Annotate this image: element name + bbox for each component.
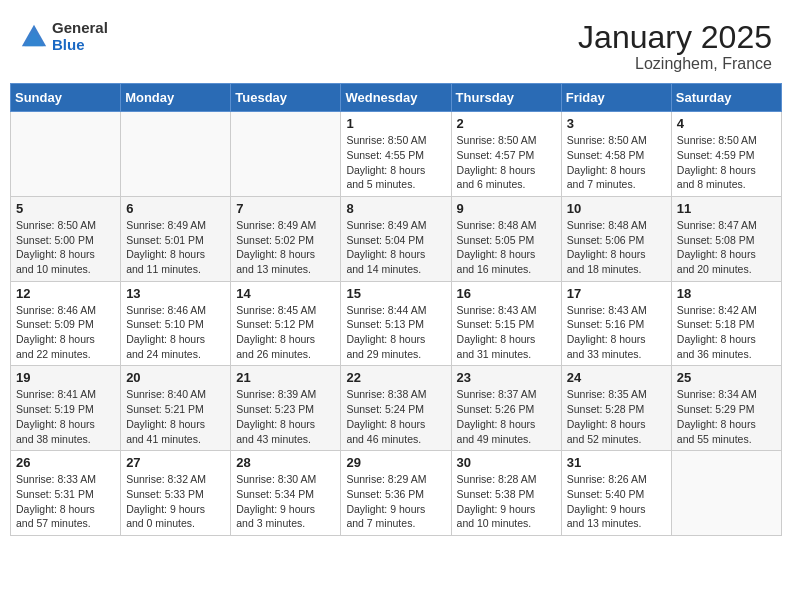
day-number: 15: [346, 286, 445, 301]
day-info: Sunrise: 8:50 AM Sunset: 4:59 PM Dayligh…: [677, 133, 776, 192]
day-number: 22: [346, 370, 445, 385]
day-info: Sunrise: 8:37 AM Sunset: 5:26 PM Dayligh…: [457, 387, 556, 446]
calendar-week-4: 19Sunrise: 8:41 AM Sunset: 5:19 PM Dayli…: [11, 366, 782, 451]
day-number: 3: [567, 116, 666, 131]
day-number: 24: [567, 370, 666, 385]
calendar-week-5: 26Sunrise: 8:33 AM Sunset: 5:31 PM Dayli…: [11, 451, 782, 536]
calendar-cell: 19Sunrise: 8:41 AM Sunset: 5:19 PM Dayli…: [11, 366, 121, 451]
day-number: 14: [236, 286, 335, 301]
day-number: 12: [16, 286, 115, 301]
day-number: 7: [236, 201, 335, 216]
calendar-cell: 23Sunrise: 8:37 AM Sunset: 5:26 PM Dayli…: [451, 366, 561, 451]
day-info: Sunrise: 8:50 AM Sunset: 4:57 PM Dayligh…: [457, 133, 556, 192]
col-thursday: Thursday: [451, 84, 561, 112]
day-number: 10: [567, 201, 666, 216]
calendar-cell: [231, 112, 341, 197]
day-info: Sunrise: 8:32 AM Sunset: 5:33 PM Dayligh…: [126, 472, 225, 531]
calendar-cell: 11Sunrise: 8:47 AM Sunset: 5:08 PM Dayli…: [671, 196, 781, 281]
day-number: 27: [126, 455, 225, 470]
calendar-cell: 21Sunrise: 8:39 AM Sunset: 5:23 PM Dayli…: [231, 366, 341, 451]
logo-text: General Blue: [52, 20, 108, 53]
calendar-cell: [11, 112, 121, 197]
day-info: Sunrise: 8:40 AM Sunset: 5:21 PM Dayligh…: [126, 387, 225, 446]
day-info: Sunrise: 8:26 AM Sunset: 5:40 PM Dayligh…: [567, 472, 666, 531]
day-number: 9: [457, 201, 556, 216]
calendar-cell: 14Sunrise: 8:45 AM Sunset: 5:12 PM Dayli…: [231, 281, 341, 366]
day-info: Sunrise: 8:43 AM Sunset: 5:16 PM Dayligh…: [567, 303, 666, 362]
calendar-cell: 20Sunrise: 8:40 AM Sunset: 5:21 PM Dayli…: [121, 366, 231, 451]
page-header: General Blue January 2025 Lozinghem, Fra…: [10, 10, 782, 78]
calendar-cell: 8Sunrise: 8:49 AM Sunset: 5:04 PM Daylig…: [341, 196, 451, 281]
day-number: 2: [457, 116, 556, 131]
calendar-table: Sunday Monday Tuesday Wednesday Thursday…: [10, 83, 782, 536]
day-number: 8: [346, 201, 445, 216]
logo-icon: [20, 23, 48, 51]
calendar-cell: 10Sunrise: 8:48 AM Sunset: 5:06 PM Dayli…: [561, 196, 671, 281]
day-info: Sunrise: 8:30 AM Sunset: 5:34 PM Dayligh…: [236, 472, 335, 531]
calendar-cell: 6Sunrise: 8:49 AM Sunset: 5:01 PM Daylig…: [121, 196, 231, 281]
calendar-cell: 26Sunrise: 8:33 AM Sunset: 5:31 PM Dayli…: [11, 451, 121, 536]
day-info: Sunrise: 8:28 AM Sunset: 5:38 PM Dayligh…: [457, 472, 556, 531]
subtitle: Lozinghem, France: [578, 55, 772, 73]
calendar-cell: 29Sunrise: 8:29 AM Sunset: 5:36 PM Dayli…: [341, 451, 451, 536]
calendar-cell: 31Sunrise: 8:26 AM Sunset: 5:40 PM Dayli…: [561, 451, 671, 536]
col-monday: Monday: [121, 84, 231, 112]
day-info: Sunrise: 8:46 AM Sunset: 5:10 PM Dayligh…: [126, 303, 225, 362]
calendar-cell: 15Sunrise: 8:44 AM Sunset: 5:13 PM Dayli…: [341, 281, 451, 366]
calendar-cell: 18Sunrise: 8:42 AM Sunset: 5:18 PM Dayli…: [671, 281, 781, 366]
calendar-cell: 17Sunrise: 8:43 AM Sunset: 5:16 PM Dayli…: [561, 281, 671, 366]
col-friday: Friday: [561, 84, 671, 112]
day-number: 1: [346, 116, 445, 131]
day-number: 19: [16, 370, 115, 385]
logo: General Blue: [20, 20, 108, 53]
day-info: Sunrise: 8:41 AM Sunset: 5:19 PM Dayligh…: [16, 387, 115, 446]
day-number: 29: [346, 455, 445, 470]
calendar-cell: 4Sunrise: 8:50 AM Sunset: 4:59 PM Daylig…: [671, 112, 781, 197]
day-info: Sunrise: 8:34 AM Sunset: 5:29 PM Dayligh…: [677, 387, 776, 446]
day-info: Sunrise: 8:48 AM Sunset: 5:05 PM Dayligh…: [457, 218, 556, 277]
day-info: Sunrise: 8:42 AM Sunset: 5:18 PM Dayligh…: [677, 303, 776, 362]
day-number: 23: [457, 370, 556, 385]
day-info: Sunrise: 8:43 AM Sunset: 5:15 PM Dayligh…: [457, 303, 556, 362]
day-number: 6: [126, 201, 225, 216]
day-info: Sunrise: 8:44 AM Sunset: 5:13 PM Dayligh…: [346, 303, 445, 362]
day-info: Sunrise: 8:38 AM Sunset: 5:24 PM Dayligh…: [346, 387, 445, 446]
col-saturday: Saturday: [671, 84, 781, 112]
day-info: Sunrise: 8:49 AM Sunset: 5:02 PM Dayligh…: [236, 218, 335, 277]
day-info: Sunrise: 8:45 AM Sunset: 5:12 PM Dayligh…: [236, 303, 335, 362]
calendar-cell: 24Sunrise: 8:35 AM Sunset: 5:28 PM Dayli…: [561, 366, 671, 451]
day-number: 16: [457, 286, 556, 301]
day-number: 31: [567, 455, 666, 470]
logo-general: General: [52, 20, 108, 37]
calendar-cell: 9Sunrise: 8:48 AM Sunset: 5:05 PM Daylig…: [451, 196, 561, 281]
day-number: 21: [236, 370, 335, 385]
day-number: 11: [677, 201, 776, 216]
calendar-cell: 28Sunrise: 8:30 AM Sunset: 5:34 PM Dayli…: [231, 451, 341, 536]
logo-blue: Blue: [52, 37, 108, 54]
day-number: 5: [16, 201, 115, 216]
calendar-cell: 12Sunrise: 8:46 AM Sunset: 5:09 PM Dayli…: [11, 281, 121, 366]
calendar-cell: 25Sunrise: 8:34 AM Sunset: 5:29 PM Dayli…: [671, 366, 781, 451]
day-info: Sunrise: 8:50 AM Sunset: 4:58 PM Dayligh…: [567, 133, 666, 192]
day-info: Sunrise: 8:49 AM Sunset: 5:01 PM Dayligh…: [126, 218, 225, 277]
day-number: 4: [677, 116, 776, 131]
day-info: Sunrise: 8:50 AM Sunset: 5:00 PM Dayligh…: [16, 218, 115, 277]
day-number: 30: [457, 455, 556, 470]
day-number: 25: [677, 370, 776, 385]
day-info: Sunrise: 8:29 AM Sunset: 5:36 PM Dayligh…: [346, 472, 445, 531]
calendar-cell: [671, 451, 781, 536]
calendar-cell: 22Sunrise: 8:38 AM Sunset: 5:24 PM Dayli…: [341, 366, 451, 451]
calendar-week-2: 5Sunrise: 8:50 AM Sunset: 5:00 PM Daylig…: [11, 196, 782, 281]
day-info: Sunrise: 8:33 AM Sunset: 5:31 PM Dayligh…: [16, 472, 115, 531]
day-info: Sunrise: 8:47 AM Sunset: 5:08 PM Dayligh…: [677, 218, 776, 277]
day-number: 18: [677, 286, 776, 301]
calendar-cell: 13Sunrise: 8:46 AM Sunset: 5:10 PM Dayli…: [121, 281, 231, 366]
day-info: Sunrise: 8:48 AM Sunset: 5:06 PM Dayligh…: [567, 218, 666, 277]
col-sunday: Sunday: [11, 84, 121, 112]
calendar-week-1: 1Sunrise: 8:50 AM Sunset: 4:55 PM Daylig…: [11, 112, 782, 197]
calendar-cell: 2Sunrise: 8:50 AM Sunset: 4:57 PM Daylig…: [451, 112, 561, 197]
col-wednesday: Wednesday: [341, 84, 451, 112]
day-info: Sunrise: 8:46 AM Sunset: 5:09 PM Dayligh…: [16, 303, 115, 362]
title-block: January 2025 Lozinghem, France: [578, 20, 772, 73]
calendar-header-row: Sunday Monday Tuesday Wednesday Thursday…: [11, 84, 782, 112]
